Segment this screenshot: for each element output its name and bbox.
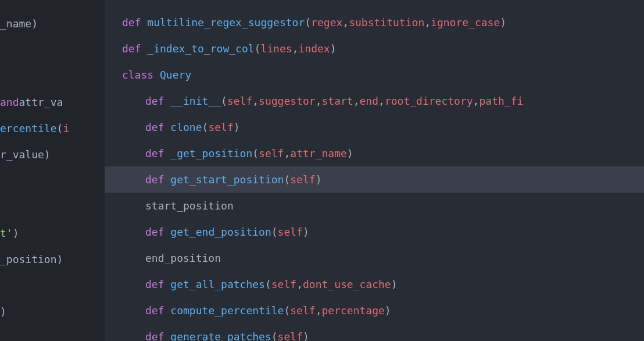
outline-item-method[interactable]: def get_end_position(self) <box>105 219 644 245</box>
function-name: clone <box>170 119 202 135</box>
parameter-self: self <box>290 303 315 318</box>
blank-line <box>0 194 105 220</box>
identifier: _position <box>0 251 57 267</box>
parameter-self: self <box>208 119 233 135</box>
parameter: i <box>63 120 69 136</box>
identifier: attr_va <box>19 94 63 110</box>
paren-open: ( <box>305 15 311 30</box>
class-name: Query <box>160 67 191 83</box>
string-literal: t' <box>0 225 13 241</box>
function-name: _index_to_row_col <box>147 41 254 56</box>
outline-item-function[interactable]: def multiline_regex_suggestor(regex, sub… <box>105 9 644 35</box>
keyword-and: and <box>0 94 19 110</box>
parameter: ignore_case <box>431 15 500 30</box>
blank-line <box>0 168 105 194</box>
parameter: path_fi <box>479 93 523 109</box>
keyword-def: def <box>122 41 141 56</box>
outline-item-function[interactable]: def _index_to_row_col(lines, index) <box>105 35 644 62</box>
paren-close: ) <box>31 16 38 31</box>
outline-panel[interactable]: def multiline_regex_suggestor(regex, sub… <box>105 0 644 341</box>
paren-close: ) <box>0 304 6 319</box>
parameter: percentage <box>321 303 384 318</box>
keyword-def: def <box>145 93 164 109</box>
property-name: start_position <box>145 198 234 214</box>
code-line: t') <box>0 220 105 246</box>
parameter: root_directory <box>385 93 473 109</box>
outline-item-method[interactable]: def get_all_patches(self, dont_use_cache… <box>105 271 644 297</box>
code-line: ercentile(i <box>0 115 105 141</box>
outline-item-method[interactable]: def _get_position(self, attr_name) <box>105 140 644 166</box>
identifier: r_value <box>0 147 44 162</box>
outline-item-method[interactable]: def clone(self) <box>105 114 644 140</box>
outline-item-method-selected[interactable]: def get_start_position(self) <box>105 166 644 193</box>
code-line: and attr_va <box>0 89 105 115</box>
parameter-self: self <box>290 172 315 187</box>
function-name: multiline_regex_suggestor <box>147 15 305 30</box>
parameter-self: self <box>278 224 303 240</box>
keyword-def: def <box>145 145 164 161</box>
outline-item-method[interactable]: def compute_percentile(self, percentage) <box>105 297 644 324</box>
parameter: substitution <box>349 15 424 30</box>
parameter-self: self <box>259 145 284 161</box>
outline-item-property[interactable]: end_position <box>105 245 644 271</box>
function-name: compute_percentile <box>170 303 284 318</box>
keyword-def: def <box>145 276 164 292</box>
parameter-self: self <box>271 276 296 292</box>
function-name: generate_patches <box>170 329 271 341</box>
function-name: ercentile <box>0 120 57 136</box>
keyword-def: def <box>145 303 164 318</box>
blank-line <box>0 272 105 299</box>
paren-close: ) <box>13 225 19 241</box>
code-line: ) <box>0 299 105 325</box>
parameter: attr_name <box>290 145 347 161</box>
function-name: _get_position <box>170 145 252 161</box>
keyword-def: def <box>145 329 164 341</box>
paren-close: ) <box>44 147 51 162</box>
keyword-def: def <box>145 172 164 187</box>
parameter: regex <box>311 15 342 30</box>
blank-line <box>0 63 105 89</box>
parameter-self: self <box>278 329 303 341</box>
paren-open: ( <box>57 120 63 136</box>
function-name: get_start_position <box>170 172 284 187</box>
function-name: __init__ <box>170 93 221 109</box>
function-name: get_all_patches <box>170 276 265 292</box>
paren-close: ) <box>57 251 63 267</box>
parameter: index <box>298 41 330 56</box>
outline-item-method[interactable]: def __init__(self, suggestor, start, end… <box>105 88 644 114</box>
keyword-def: def <box>145 119 164 135</box>
keyword-def: def <box>122 15 141 30</box>
parameter: dont_use_cache <box>303 276 391 292</box>
outline-item-method[interactable]: def generate_patches(self) <box>105 324 644 341</box>
parameter: end <box>360 93 379 109</box>
blank-line <box>0 37 105 63</box>
code-line: _position) <box>0 246 105 272</box>
code-line: r_value) <box>0 141 105 168</box>
outline-item-class[interactable]: class Query <box>105 62 644 88</box>
keyword-def: def <box>145 224 164 240</box>
parameter: lines <box>260 41 292 56</box>
parameter-self: self <box>227 93 252 109</box>
parameter: suggestor <box>259 93 316 109</box>
parameter: start <box>322 93 353 109</box>
code-line: _name) <box>0 10 105 37</box>
outline-item-property[interactable]: start_position <box>105 193 644 219</box>
identifier: _name <box>0 16 31 31</box>
function-name: get_end_position <box>170 224 271 240</box>
paren-close: ) <box>500 15 506 30</box>
property-name: end_position <box>145 250 221 266</box>
keyword-class: class <box>122 67 153 83</box>
left-editor-fragment: _name) and attr_va ercentile(i r_value) … <box>0 0 105 341</box>
